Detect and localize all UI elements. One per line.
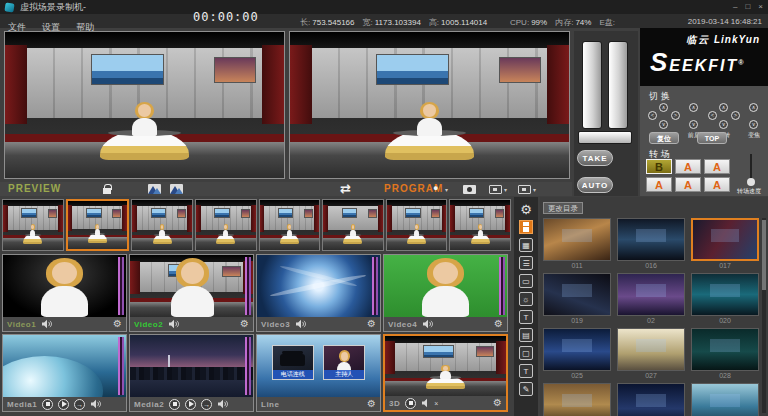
gallery-scene-thumb[interactable] — [617, 273, 685, 316]
play-button[interactable] — [58, 399, 69, 410]
gear-icon[interactable]: ⚙ — [367, 399, 376, 409]
arrow-dn-button[interactable]: ∨ — [719, 120, 728, 129]
monitor-icon[interactable]: ▭ — [519, 274, 533, 288]
record-dropdown-icon[interactable]: ▾ — [445, 186, 448, 193]
stop-button[interactable] — [169, 399, 180, 410]
stream-dropdown-icon[interactable]: ▾ — [504, 186, 507, 193]
gallery-scene-item[interactable] — [691, 383, 759, 416]
speaker-muted-icon[interactable]: × — [421, 398, 438, 408]
arrow-up-button[interactable]: ∧ — [719, 103, 728, 112]
gear-icon[interactable]: ⚙ — [113, 319, 122, 329]
gallery-scene-item[interactable]: 028 — [691, 328, 759, 380]
monitor-light-icon[interactable]: ☼ — [519, 292, 533, 306]
speaker-icon[interactable] — [422, 319, 434, 329]
camera-preset-thumb[interactable] — [449, 199, 511, 251]
gear-icon[interactable]: ⚙ — [240, 319, 249, 329]
program-monitor[interactable] — [289, 31, 570, 179]
swap-preview-program-icon[interactable]: ⇄ — [340, 181, 351, 196]
gallery-scene-item[interactable]: 02 — [617, 273, 685, 325]
source-thumbnail[interactable] — [3, 335, 126, 397]
gallery-scene-thumb[interactable] — [617, 218, 685, 261]
source-thumbnail[interactable] — [3, 255, 126, 317]
gallery-scene-thumb[interactable] — [691, 218, 759, 261]
close-button[interactable]: × — [758, 2, 763, 12]
picture-dropdown-icon[interactable]: ▾ — [533, 186, 536, 193]
arrow-up-button[interactable]: ∧ — [749, 103, 758, 112]
camera-preset-thumb[interactable] — [66, 199, 130, 251]
transition-a-button[interactable]: A — [646, 177, 672, 192]
scrollbar-thumb[interactable] — [762, 220, 766, 290]
source-thumbnail[interactable] — [257, 255, 380, 317]
arrow-dn-button[interactable]: ∨ — [659, 120, 668, 129]
arrow-lf-button[interactable]: < — [648, 111, 657, 120]
play-button[interactable] — [185, 399, 196, 410]
draw-pen-icon[interactable]: ✎ — [519, 382, 533, 396]
gallery-scene-thumb[interactable] — [691, 273, 759, 316]
source-thumbnail[interactable]: 电话连线主持人 — [257, 335, 380, 397]
source-panel-media2[interactable]: Media2→ — [129, 334, 254, 412]
camera-preset-thumb[interactable] — [131, 199, 193, 251]
speaker-icon[interactable] — [295, 319, 307, 329]
stop-button[interactable] — [405, 398, 416, 409]
tbar-handle[interactable] — [608, 41, 628, 129]
gallery-scene-thumb[interactable] — [543, 273, 611, 316]
transition-a-button[interactable]: A — [704, 159, 730, 174]
tbar-handle[interactable] — [582, 41, 602, 129]
source-panel-video1[interactable]: Video1⚙ — [2, 254, 127, 332]
change-directory-button[interactable]: 更改目录 — [543, 202, 583, 214]
lock-icon[interactable] — [103, 184, 111, 194]
source-panel-line[interactable]: 电话连线主持人Line⚙ — [256, 334, 381, 412]
stop-button[interactable] — [42, 399, 53, 410]
gallery-scene-item[interactable]: 020 — [691, 273, 759, 325]
gallery-scene-item[interactable]: 016 — [617, 218, 685, 270]
gallery-scene-item[interactable]: 017 — [691, 218, 759, 270]
gallery-scene-item[interactable] — [543, 383, 611, 416]
gallery-scene-thumb[interactable] — [543, 218, 611, 261]
snapshot-camera-icon[interactable] — [463, 185, 476, 194]
arrow-up-button[interactable]: ∧ — [659, 103, 668, 112]
minimize-button[interactable]: – — [733, 2, 737, 12]
preview-monitor[interactable] — [4, 31, 285, 179]
camera-preset-thumb[interactable] — [386, 199, 448, 251]
source-thumbnail[interactable] — [384, 255, 507, 317]
gallery-scene-item[interactable]: 025 — [543, 328, 611, 380]
image-overlay-icon-2[interactable] — [170, 184, 183, 194]
loop-button[interactable]: → — [201, 399, 212, 410]
reset-button[interactable]: 复位 — [649, 132, 679, 144]
save-floppy-icon[interactable] — [519, 220, 533, 234]
source-thumbnail[interactable] — [130, 335, 253, 397]
take-button[interactable]: TAKE — [577, 150, 613, 166]
playlist-icon[interactable]: ☰ — [519, 256, 533, 270]
gallery-scene-thumb[interactable] — [617, 383, 685, 416]
speaker-icon[interactable] — [217, 399, 229, 409]
gallery-scene-item[interactable]: 027 — [617, 328, 685, 380]
speaker-icon[interactable] — [168, 319, 180, 329]
source-panel-video2[interactable]: Video2⚙ — [129, 254, 254, 332]
host-button[interactable]: 主持人 — [323, 345, 365, 380]
picture-output-icon[interactable] — [518, 185, 531, 194]
arrow-lf-button[interactable]: < — [708, 111, 717, 120]
maximize-button[interactable]: □ — [745, 2, 750, 12]
gallery-scene-thumb[interactable] — [691, 328, 759, 371]
auto-button[interactable]: AUTO — [577, 177, 613, 193]
arrow-rt-button[interactable]: > — [671, 111, 680, 120]
gallery-scene-thumb[interactable] — [543, 383, 611, 416]
source-panel-3d[interactable]: 3D×⚙ — [383, 334, 508, 412]
camera-preset-thumb[interactable] — [195, 199, 257, 251]
image-overlay-icon-1[interactable] — [148, 184, 161, 194]
frame-icon[interactable]: ▢ — [519, 346, 533, 360]
gallery-scene-thumb[interactable] — [543, 328, 611, 371]
arrow-up-button[interactable]: ∧ — [689, 103, 698, 112]
top-button[interactable]: TOP — [697, 132, 727, 144]
transition-a-button[interactable]: A — [675, 177, 701, 192]
camera-preset-thumb[interactable] — [322, 199, 384, 251]
arrow-dn-button[interactable]: ∨ — [749, 120, 758, 129]
record-icon[interactable]: ● — [433, 183, 438, 193]
source-panel-media1[interactable]: Media1→ — [2, 334, 127, 412]
speaker-icon[interactable] — [90, 399, 102, 409]
source-panel-video4[interactable]: Video4⚙ — [383, 254, 508, 332]
gallery-scrollbar[interactable] — [762, 218, 766, 413]
stream-output-icon[interactable] — [489, 185, 502, 194]
arrow-rt-button[interactable]: > — [731, 111, 740, 120]
gear-icon[interactable]: ⚙ — [493, 398, 502, 408]
